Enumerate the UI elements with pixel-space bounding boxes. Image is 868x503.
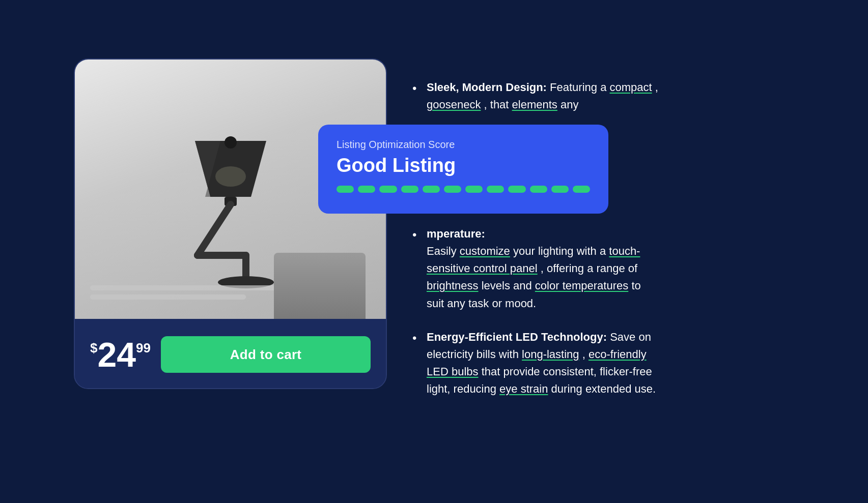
feature-3-text-5: light, reducing [427,382,499,395]
score-card-label: Listing Optimization Score [337,139,590,151]
feature-3-text-1: Save on [610,331,651,343]
feature-2-text-2: your lighting with a [513,245,609,257]
feature-3-bold: Energy-Efficient LED Technology: [427,331,607,343]
product-bottom-bar: $ 24 99 Add to cart [75,319,386,389]
score-bar [423,186,440,193]
feature-2-colortemp: color temperatures [535,279,628,292]
score-bar [401,186,418,193]
feature-3-text-2: electricity bills with [427,348,522,361]
feature-1-gooseneck: gooseneck [427,98,481,111]
score-bar [508,186,525,193]
feature-item-temperature: mperature: Easily customize your lightin… [412,225,708,312]
svg-point-7 [225,136,237,149]
score-bar [530,186,547,193]
score-bar [551,186,569,193]
feature-2-text-6: suit any task or mood. [427,297,536,310]
price-cents: 99 [136,340,151,356]
score-bar [573,186,590,193]
score-bar [358,186,375,193]
laptop-shape [274,253,366,319]
feature-2-customize: customize [460,245,510,257]
svg-line-3 [198,204,231,255]
feature-1-bold: Sleek, Modern Design: [427,81,547,94]
feature-3-text-6: during extended use. [551,382,656,395]
feature-3-longlasting: long-lasting [522,348,579,361]
score-bar [444,186,461,193]
score-bars-container [337,186,590,193]
feature-3-text-4: that provide consistent, flicker-free [482,365,652,378]
feature-1-text-4: any [561,98,578,111]
listing-score-card: Listing Optimization Score Good Listing [318,125,608,214]
score-bar [379,186,397,193]
feature-3-eyestrain: eye strain [499,382,548,395]
price-main: 24 [97,337,136,372]
score-bar [487,186,504,193]
feature-2-text-3: , offering a range of [541,262,637,275]
price-dollar-sign: $ [90,340,97,356]
svg-point-8 [215,166,246,187]
score-bar [465,186,483,193]
score-bar [337,186,354,193]
feature-item-led: Energy-Efficient LED Technology: Save on… [412,329,708,398]
feature-2-bold: mperature: [427,227,485,240]
feature-3-text-3: , [582,348,589,361]
price-display: $ 24 99 [90,337,151,372]
feature-1-text-3: , that [484,98,512,111]
feature-1-complements: elements [512,98,557,111]
feature-1-text-2: , [655,81,658,94]
add-to-cart-button[interactable]: Add to cart [161,336,371,373]
feature-2-brightness: brightness [427,279,479,292]
feature-1-text-1: Featuring a [550,81,609,94]
feature-item-design: Sleek, Modern Design: Featuring a compac… [412,79,708,113]
product-card: $ 24 99 Add to cart [74,58,387,389]
feature-1-compact: compact [609,81,652,94]
score-card-title: Good Listing [337,155,590,176]
feature-2-text-4: levels and [482,279,535,292]
feature-2-text-1: Easily [427,245,460,257]
feature-2-text-5: to [631,279,640,292]
